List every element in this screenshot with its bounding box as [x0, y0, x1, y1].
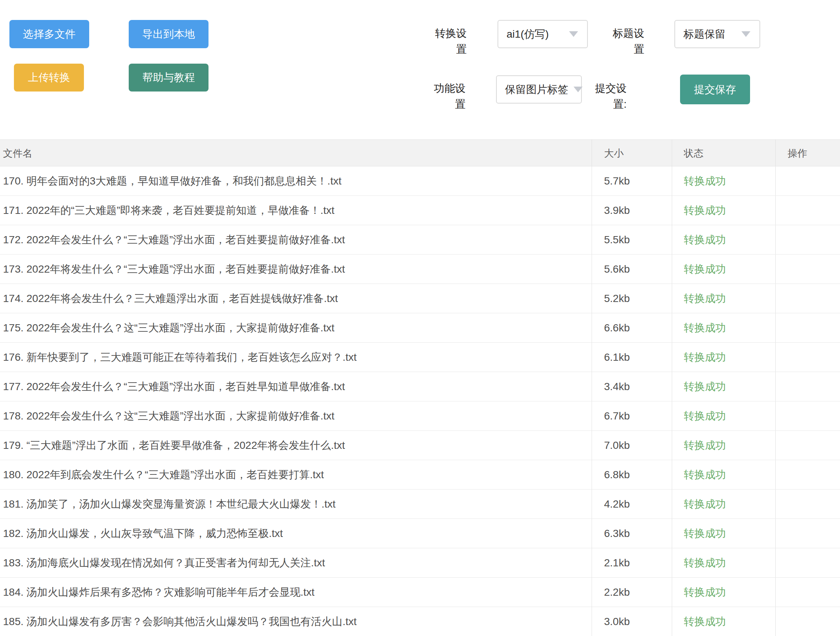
- status-cell: 转换成功: [672, 196, 775, 225]
- column-header-filename: 文件名: [0, 140, 592, 166]
- file-converter-page: 选择多文件 导出到本地 上传转换 帮助与教程 转换设置 ai1(仿写) 标题设置…: [0, 0, 840, 636]
- file-size: 6.6kb: [592, 313, 672, 342]
- file-size: 5.5kb: [592, 225, 672, 254]
- file-size: 7.0kb: [592, 431, 672, 460]
- file-name: 175. 2022年会发生什么？这“三大难题”浮出水面，大家提前做好准备.txt: [0, 313, 592, 342]
- status-cell: 转换成功: [672, 489, 775, 519]
- table-row: 181. 汤加笑了，汤加火山爆发突显海量资源！本世纪最大火山爆发！.txt 4.…: [0, 489, 840, 519]
- table-row: 174. 2022年将会发生什么？三大难题浮出水面，老百姓提钱做好准备.txt …: [0, 284, 840, 313]
- status-text: 转换成功: [684, 440, 726, 451]
- convert-setting-select[interactable]: ai1(仿写): [497, 20, 588, 48]
- file-name: 181. 汤加笑了，汤加火山爆发突显海量资源！本世纪最大火山爆发！.txt: [0, 489, 592, 519]
- status-text: 转换成功: [684, 528, 726, 539]
- chevron-down-icon: [741, 31, 750, 37]
- table-row: 173. 2022年将发生什么？“三大难题”浮出水面，老百姓要提前做好准备.tx…: [0, 255, 840, 284]
- file-size: 6.7kb: [592, 402, 672, 430]
- status-text: 转换成功: [684, 322, 726, 334]
- status-cell: 转换成功: [672, 577, 775, 607]
- status-cell: 转换成功: [672, 460, 775, 489]
- action-cell: [775, 196, 840, 225]
- status-cell: 转换成功: [672, 607, 775, 636]
- table-row: 180. 2022年到底会发生什么？“三大难题”浮出水面，老百姓要打算.txt …: [0, 460, 840, 489]
- status-cell: 转换成功: [672, 313, 775, 342]
- file-size: 5.2kb: [592, 284, 672, 313]
- help-tutorial-button[interactable]: 帮助与教程: [129, 63, 208, 92]
- table-row: 178. 2022年会发生什么？这“三大难题”浮出水面，大家提前做好准备.txt…: [0, 402, 840, 431]
- table-row: 183. 汤加海底火山爆发现在情况如何？真正受害者为何却无人关注.txt 2.1…: [0, 548, 840, 577]
- file-name: 177. 2022年会发生什么？“三大难题”浮出水面，老百姓早知道早做准备.tx…: [0, 372, 592, 401]
- function-setting-value: 保留图片标签: [505, 82, 568, 97]
- action-cell: [775, 577, 840, 607]
- status-text: 转换成功: [684, 381, 726, 392]
- status-cell: 转换成功: [672, 255, 775, 283]
- table-row: 182. 汤加火山爆发，火山灰导致气温下降，威力恐怖至极.txt 6.3kb 转…: [0, 519, 840, 548]
- action-cell: [775, 431, 840, 460]
- file-name: 184. 汤加火山爆炸后果有多恐怖？灾难影响可能半年后才会显现.txt: [0, 577, 592, 607]
- chevron-down-icon: [573, 87, 583, 92]
- file-size: 5.7kb: [592, 166, 672, 195]
- status-text: 转换成功: [684, 410, 726, 422]
- file-size: 6.8kb: [592, 460, 672, 489]
- file-table: 文件名 大小 状态 操作 170. 明年会面对的3大难题，早知道早做好准备，和我…: [0, 139, 840, 636]
- upload-convert-button[interactable]: 上传转换: [14, 63, 84, 92]
- table-row: 171. 2022年的“三大难题”即将来袭，老百姓要提前知道，早做准备！.txt…: [0, 196, 840, 225]
- action-cell: [775, 519, 840, 548]
- status-text: 转换成功: [684, 204, 726, 216]
- convert-setting-value: ai1(仿写): [507, 27, 549, 41]
- action-cell: [775, 255, 840, 283]
- file-name: 178. 2022年会发生什么？这“三大难题”浮出水面，大家提前做好准备.txt: [0, 402, 592, 430]
- file-name: 171. 2022年的“三大难题”即将来袭，老百姓要提前知道，早做准备！.txt: [0, 196, 592, 225]
- convert-setting-label: 转换设置: [429, 25, 467, 57]
- title-setting-select[interactable]: 标题保留: [674, 20, 760, 48]
- export-local-button[interactable]: 导出到本地: [129, 20, 208, 48]
- file-name: 173. 2022年将发生什么？“三大难题”浮出水面，老百姓要提前做好准备.tx…: [0, 255, 592, 283]
- file-size: 6.3kb: [592, 519, 672, 548]
- title-setting-value: 标题保留: [684, 27, 726, 41]
- column-header-action: 操作: [775, 140, 840, 166]
- status-cell: 转换成功: [672, 284, 775, 313]
- file-size: 6.1kb: [592, 343, 672, 372]
- status-cell: 转换成功: [672, 519, 775, 548]
- action-cell: [775, 166, 840, 195]
- file-size: 3.0kb: [592, 607, 672, 636]
- status-cell: 转换成功: [672, 343, 775, 372]
- status-cell: 转换成功: [672, 431, 775, 460]
- status-text: 转换成功: [684, 586, 726, 598]
- status-text: 转换成功: [684, 557, 726, 569]
- status-text: 转换成功: [684, 234, 726, 245]
- file-name: 176. 新年快要到了，三大难题可能正在等待着我们，老百姓该怎么应对？.txt: [0, 343, 592, 372]
- table-row: 176. 新年快要到了，三大难题可能正在等待着我们，老百姓该怎么应对？.txt …: [0, 343, 840, 372]
- function-setting-label: 功能设置: [428, 81, 466, 112]
- table-row: 185. 汤加火山爆发有多厉害？会影响其他活火山爆发吗？我国也有活火山.txt …: [0, 607, 840, 636]
- file-size: 2.1kb: [592, 548, 672, 577]
- table-row: 179. “三大难题”浮出了水面，老百姓要早做准备，2022年将会发生什么.tx…: [0, 431, 840, 460]
- file-size: 3.9kb: [592, 196, 672, 225]
- status-text: 转换成功: [684, 351, 726, 363]
- action-cell: [775, 548, 840, 577]
- action-cell: [775, 402, 840, 430]
- table-row: 175. 2022年会发生什么？这“三大难题”浮出水面，大家提前做好准备.txt…: [0, 313, 840, 343]
- file-size: 5.6kb: [592, 255, 672, 283]
- submit-save-button[interactable]: 提交保存: [680, 74, 750, 104]
- action-cell: [775, 607, 840, 636]
- column-header-status: 状态: [672, 140, 775, 166]
- table-row: 170. 明年会面对的3大难题，早知道早做好准备，和我们都息息相关！.txt 5…: [0, 166, 840, 196]
- title-setting-label: 标题设置: [607, 25, 644, 57]
- action-cell: [775, 460, 840, 489]
- status-cell: 转换成功: [672, 548, 775, 577]
- action-cell: [775, 284, 840, 313]
- select-files-button[interactable]: 选择多文件: [9, 20, 89, 48]
- status-text: 转换成功: [684, 498, 726, 510]
- file-size: 4.2kb: [592, 489, 672, 519]
- function-setting-select[interactable]: 保留图片标签: [496, 75, 582, 104]
- column-header-size: 大小: [592, 140, 672, 166]
- table-row: 184. 汤加火山爆炸后果有多恐怖？灾难影响可能半年后才会显现.txt 2.2k…: [0, 577, 840, 607]
- file-name: 174. 2022年将会发生什么？三大难题浮出水面，老百姓提钱做好准备.txt: [0, 284, 592, 313]
- status-cell: 转换成功: [672, 402, 775, 430]
- status-cell: 转换成功: [672, 372, 775, 401]
- status-cell: 转换成功: [672, 225, 775, 254]
- submit-setting-label: 提交设置:: [589, 81, 627, 112]
- file-size: 3.4kb: [592, 372, 672, 401]
- action-cell: [775, 372, 840, 401]
- action-cell: [775, 343, 840, 372]
